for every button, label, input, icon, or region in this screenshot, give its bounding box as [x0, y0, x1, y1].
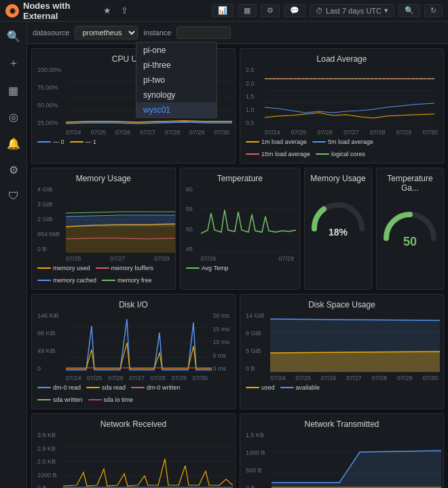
legend-color: [312, 141, 326, 143]
y-label-right: 15 ms: [212, 326, 229, 333]
row-1: CPU Usage 100.00% 75.00% 50.00% 25.00%: [31, 48, 444, 164]
legend-color: [186, 267, 200, 269]
disk-io-x-labels: 07/24 07/25 07/26 07/27 07/28 07/29 07/3…: [66, 375, 208, 381]
y-label-right: 0 ms: [212, 365, 229, 372]
compass-icon[interactable]: ◎: [6, 108, 21, 126]
legend-label: memory cached: [53, 277, 96, 284]
legend-label: dm-0 written: [147, 384, 181, 391]
instance-input[interactable]: [176, 26, 231, 39]
settings-icon[interactable]: ⚙: [261, 4, 280, 17]
legend-color: [96, 267, 109, 269]
disk-io-chart: [66, 312, 212, 373]
y-label: 1.5: [246, 93, 255, 100]
settings-gear-icon[interactable]: ⚙: [6, 161, 21, 179]
disk-space-title: Disk Space Usage: [246, 300, 438, 309]
y-label: 1000 B: [246, 449, 265, 456]
memory-usage-panel: Memory Usage 4 GiB 3 GiB 2 GiB 954 MiB 0…: [31, 168, 176, 290]
search-icon[interactable]: 🔍: [4, 27, 23, 45]
temp-x-labels: 07/26 07/29: [201, 255, 294, 262]
legend-label: memory free: [117, 277, 152, 284]
y-label: 3.9 KB: [37, 432, 57, 438]
temperature-panel: Temperature 60 55 50 45: [180, 168, 300, 290]
load-average-panel: Load Average 2.5 2.0 1.5 1.0 0.5: [240, 48, 444, 164]
y-label-right: 20 ms: [212, 312, 229, 319]
network-tx-panel: Network Transmitted 1.5 KB 1000 B 500 B …: [240, 413, 444, 488]
legend-label: sda written: [53, 396, 83, 403]
legend-label: Avg Temp: [202, 265, 229, 271]
y-label-right: 10 ms: [212, 339, 229, 345]
memory-gauge-svg: [307, 191, 369, 232]
y-label: 98 KiB: [37, 330, 59, 337]
y-label: 60: [186, 186, 193, 193]
y-label: 50.00%: [37, 102, 62, 109]
cpu-legend: — 0 — 1: [37, 138, 229, 145]
instance-dropdown: pi-one pi-three pi-two synology wysc01: [136, 42, 217, 118]
temp-legend: Avg Temp: [186, 265, 294, 271]
temp-gauge-panel: Temperature Ga... 50: [376, 168, 444, 290]
app-logo: ◉: [5, 4, 19, 18]
dropdown-item-pi-three[interactable]: pi-three: [136, 58, 217, 73]
grid-icon[interactable]: ▦: [5, 81, 21, 100]
share-icon[interactable]: ⇪: [118, 4, 131, 17]
temperature-title: Temperature: [186, 174, 294, 183]
legend-label: 1m load average: [261, 138, 307, 145]
network-tx-chart: [272, 432, 441, 488]
memory-x-labels: 07/25 07/27 07/29: [66, 255, 170, 262]
y-label: 3 GiB: [37, 201, 60, 208]
row-2: Memory Usage 4 GiB 3 GiB 2 GiB 954 MiB 0…: [31, 168, 444, 290]
dropdown-item-pi-two[interactable]: pi-two: [136, 73, 217, 88]
clock-icon: ⏱: [316, 7, 323, 15]
legend-color: [86, 387, 100, 388]
comment-icon[interactable]: 💬: [284, 4, 305, 17]
legend-color: [246, 153, 259, 155]
y-label: 1.5 KB: [246, 432, 265, 438]
load-legend: 1m load average 5m load average 15m load…: [246, 138, 438, 157]
disk-space-panel: Disk Space Usage 14 GiB 9 GiB 5 GiB 0 B: [240, 294, 444, 409]
legend-color: [37, 267, 51, 269]
legend-color: [131, 387, 145, 388]
memory-usage-title: Memory Usage: [37, 174, 170, 183]
chart-icon[interactable]: 📊: [212, 4, 234, 17]
dropdown-item-synology[interactable]: synology: [136, 88, 217, 102]
table-icon[interactable]: ▦: [238, 4, 257, 17]
plus-icon[interactable]: ＋: [5, 54, 22, 73]
y-label: 0 B: [37, 485, 57, 488]
shield-icon[interactable]: 🛡: [5, 187, 22, 205]
legend-color: [246, 387, 259, 388]
panels-grid: CPU Usage 100.00% 75.00% 50.00% 25.00%: [27, 44, 448, 488]
bell-icon[interactable]: 🔔: [4, 134, 23, 153]
dropdown-item-pi-one[interactable]: pi-one: [136, 43, 217, 58]
y-label: 0 B: [37, 246, 60, 252]
cpu-x-labels: 07/24 07/25 07/26 07/27 07/28 07/29 07/3…: [66, 129, 229, 136]
main-content: datasource prometheus instance pi-one pi…: [27, 22, 448, 488]
temp-gauge-title: Temperature Ga...: [382, 174, 438, 193]
legend-color: [246, 141, 259, 143]
y-label: 0 B: [246, 485, 265, 488]
y-label: 0: [37, 365, 59, 372]
y-label: 1.0: [246, 107, 255, 113]
time-range-btn[interactable]: ⏱ Last 7 days UTC ▾: [310, 4, 394, 17]
legend-label: sda io time: [104, 396, 134, 403]
network-rx-title: Network Received: [37, 419, 229, 429]
refresh-btn[interactable]: ↻: [424, 4, 443, 17]
y-label: 2.5: [246, 67, 255, 73]
row-4: Network Received 3.9 KB 2.9 KB 2.0 KB 10…: [31, 413, 444, 488]
y-label: 2 GiB: [37, 216, 60, 223]
star-icon[interactable]: ★: [100, 4, 114, 17]
legend-color: [316, 153, 329, 155]
svg-marker-18: [66, 223, 176, 252]
load-average-title: Load Average: [246, 54, 438, 64]
datasource-select[interactable]: prometheus: [75, 26, 138, 39]
legend-color: [37, 387, 51, 388]
load-chart: [265, 67, 434, 128]
y-label: 45: [186, 246, 193, 252]
svg-marker-19: [66, 215, 176, 227]
y-label: 25.00%: [37, 119, 62, 126]
load-x-labels: 07/24 07/25 07/26 07/27 07/28 07/29 07/3…: [265, 129, 438, 136]
chevron-down-icon: ▾: [384, 6, 388, 15]
legend-color: [280, 387, 294, 388]
dropdown-item-wysc01[interactable]: wysc01: [136, 102, 217, 117]
zoom-out-btn[interactable]: 🔍: [398, 4, 420, 17]
network-rx-chart: [63, 432, 233, 488]
memory-gauge-value: 18%: [329, 227, 348, 238]
